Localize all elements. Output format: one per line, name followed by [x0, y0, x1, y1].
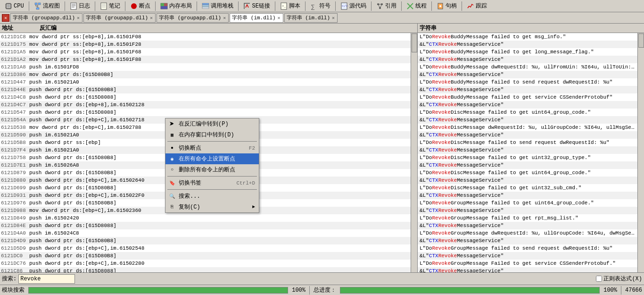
module-progress-fill: [29, 287, 288, 293]
string-row[interactable]: &L"CTXRevokeMessageService": [418, 237, 637, 244]
disasm-row[interactable]: 6121D447push im.615021A0: [0, 78, 411, 86]
string-row[interactable]: L"DoRevokeGroupMessage Failed to get ser…: [418, 260, 637, 267]
string-row[interactable]: L"DoRevokeDiscMessage failed to get uint…: [418, 169, 637, 177]
tab-4[interactable]: 字符串 (im.dll) ✕: [284, 13, 338, 23]
disasm-row[interactable]: 6121D4C7push dword ptr ds:[ebp+8],im.615…: [0, 101, 411, 109]
ctx-toggle-bp[interactable]: ● 切换断点 F2: [165, 143, 259, 153]
tab-1[interactable]: 字符串 (groupapp.dll) ✕: [83, 13, 156, 23]
toolbar-script[interactable]: >_ 脚本: [277, 0, 303, 11]
string-row[interactable]: &L"CTXRevokeMessageService": [418, 267, 637, 272]
toolbar-sep-7: [238, 1, 239, 11]
string-row[interactable]: &L"CTXRevokeMessageService": [418, 131, 637, 139]
tab-0-close[interactable]: ✕: [76, 15, 80, 21]
string-row[interactable]: &L"CTXRevokeMessageService": [418, 86, 637, 93]
toolbar-notes[interactable]: 笔记: [97, 0, 123, 11]
string-row[interactable]: L"DoRevokeDiscMessage failed to send req…: [418, 139, 637, 146]
toolbar-trace[interactable]: 跟踪: [464, 0, 490, 11]
tab-3[interactable]: 字符串 (im.dll) ✕: [230, 13, 283, 23]
string-row[interactable]: L"DoRevokeDiscMessage dwRequestId: %u, u…: [418, 124, 637, 131]
string-row[interactable]: L"DoRevokeGroupMessage failed to send re…: [418, 244, 637, 252]
string-row[interactable]: &L"CTXRevokeMessageService": [418, 222, 637, 229]
disasm-row[interactable]: 6121D84Epush dword ptr ds:[615D8088]: [0, 222, 411, 229]
ctx-del-all-bp[interactable]: ○ 删除所有命令上的断点: [165, 164, 259, 175]
string-row[interactable]: &L"CTXRevokeMessageService": [418, 56, 637, 63]
string-row[interactable]: &L"CTXRevokeMessageService": [418, 71, 637, 78]
string-row[interactable]: &L"CTXRevokeMessageService": [418, 161, 637, 169]
toolbar-callstack[interactable]: 调用堆栈: [199, 0, 236, 11]
disasm-row[interactable]: 6121D44Epush dword ptr ds:[615D80B8]: [0, 86, 411, 93]
disasm-row[interactable]: 6121DC76push dword ptr ds:[ebp+C],im.615…: [0, 260, 411, 267]
disasm-row[interactable]: 6121D386mov dword ptr ds:[615D80B8]: [0, 71, 411, 78]
toolbar-breakpoint[interactable]: 断点: [127, 0, 153, 11]
total-progress-fill: [340, 287, 599, 293]
toolbar-sep-8: [275, 1, 275, 11]
tab-0[interactable]: 字符串 (groupapp.dll) ✕: [10, 13, 83, 23]
toolbar-handle[interactable]: 句柄: [434, 0, 460, 11]
strings-content[interactable]: L"DoRevokeBuddyMessage failed to get msg…: [418, 33, 637, 272]
toolbar-flowchart[interactable]: 流程图: [31, 0, 63, 11]
disasm-row[interactable]: 6121C86push dword ptr ds:[615D8088]: [0, 267, 411, 272]
string-row[interactable]: L"DoRevokeGroupMessage dwRequestId: %u, …: [418, 229, 637, 237]
string-row[interactable]: L"DoRevokeBuddyMessage failed to get msg…: [418, 33, 637, 41]
disasm-row[interactable]: 6121D175mov dword ptr ss:[ebp+8],im.6150…: [0, 41, 411, 48]
disasm-row[interactable]: 6121D5D9push dword ptr ds:[ebp+C],im.615…: [0, 244, 411, 252]
tab-2[interactable]: 字符串 (groupapp.dll) ✕: [157, 13, 229, 23]
strings-panel-body: L"DoRevokeBuddyMessage failed to get msg…: [418, 33, 644, 272]
string-row[interactable]: L"DoRevokeDiscMessage failed to get uint…: [418, 109, 637, 116]
toolbar-seh[interactable]: SE链接: [240, 0, 273, 11]
string-row[interactable]: &L"CTXRevokeMessageService": [418, 41, 637, 48]
disasm-row[interactable]: 6121DC0push dword ptr ds:[615D80B8]: [0, 252, 411, 260]
string-row[interactable]: L"DoRevokeBuddyMessage failed to get lon…: [418, 48, 637, 56]
toolbar-memmap[interactable]: 内存布局: [157, 0, 195, 11]
disasm-row[interactable]: 6121D547push dword ptr ds:[615D8088]: [0, 109, 411, 116]
toolbar-source[interactable]: </> 源代码: [338, 0, 369, 11]
search-label: 搜索:: [2, 275, 17, 283]
disasm-row[interactable]: 6121D4C8push dword ptr ds:[615D8088]: [0, 93, 411, 101]
strings-scrollbar[interactable]: [637, 33, 644, 272]
disasm-scrollbar[interactable]: [411, 33, 417, 272]
string-row[interactable]: &L"CTXRevokeMessageService": [418, 252, 637, 260]
string-row[interactable]: &L"CTXRevokeMessageService": [418, 192, 637, 199]
disasm-row[interactable]: 6121D1A5mov dword ptr ss:[ebp+8],im.6150…: [0, 48, 411, 56]
regex-checkbox[interactable]: [596, 276, 602, 282]
ctx-goto-disasm[interactable]: ⮞ 在反汇编中转到(P): [165, 118, 259, 129]
string-row[interactable]: L"DoRevokeDiscMessage failed to get uint…: [418, 154, 637, 161]
disasm-addr: 6121D1A8: [1, 63, 29, 71]
disasm-row[interactable]: 6121D4D9push dword ptr ds:[615D80B8]: [0, 237, 411, 244]
ctx-toggle-bookmark[interactable]: 🔖 切换书签 Ctrl+D: [165, 177, 259, 188]
svg-rect-31: [164, 3, 167, 6]
toolbar-ref[interactable]: 引用: [373, 0, 399, 11]
tab-3-close[interactable]: ✕: [277, 15, 281, 21]
disasm-row[interactable]: 6121D4A0push im.615024C8: [0, 229, 411, 237]
tab-1-close[interactable]: ✕: [149, 15, 153, 21]
string-row[interactable]: L"DoRevokeBuddyMessage dwRequestId: %u, …: [418, 63, 637, 71]
ctx-set-all-bp[interactable]: ◉ 在所有命令上设置断点: [165, 153, 259, 164]
toolbar-thread[interactable]: 线程: [404, 0, 429, 11]
ctx-copy[interactable]: ⎘ 复制(C) ►: [165, 202, 259, 212]
string-row[interactable]: L"DoRevokeDiscMessage failed to get uint…: [418, 184, 637, 192]
string-row[interactable]: L"DoRevokeBuddyMessage failed to get ser…: [418, 93, 637, 101]
tab-2-close[interactable]: ✕: [223, 15, 226, 21]
disasm-row[interactable]: 6121D1C8mov dword ptr ss:[ebp+8],im.6150…: [0, 33, 411, 41]
toolbar-cpu[interactable]: CPU: [2, 1, 27, 11]
svg-rect-24: [101, 3, 107, 9]
disasm-row[interactable]: 6121D1A2mov dword ptr ss:[ebp+8],im.6150…: [0, 56, 411, 63]
string-row[interactable]: L"DoRevokeGroupMessage failed to get uin…: [418, 199, 637, 207]
search-input[interactable]: [18, 274, 75, 284]
disasm-row[interactable]: 6121D1A8push im.61501FD8: [0, 63, 411, 71]
tab-close-global[interactable]: ✕: [2, 14, 9, 22]
string-row[interactable]: L"DoRevokeBuddyMessage failed to send re…: [418, 78, 637, 86]
string-row[interactable]: &L"CTXRevokeMessageService": [418, 207, 637, 214]
regex-label[interactable]: 正则表达式(X): [596, 275, 642, 283]
disasm-row[interactable]: 6121D849push im.61502420: [0, 214, 411, 222]
tab-4-close[interactable]: ✕: [331, 15, 335, 21]
string-row[interactable]: &L"CTXRevokeMessageService": [418, 146, 637, 154]
toolbar-symbol[interactable]: ∑ 符号: [307, 0, 333, 11]
string-row[interactable]: L"DoRevokeGroupMessage failed to get rpt…: [418, 214, 637, 222]
toolbar-log[interactable]: 日志: [67, 0, 93, 11]
string-row[interactable]: &L"CTXRevokeMessageService": [418, 101, 637, 109]
string-row[interactable]: &L"CTXRevokeMessageService": [418, 177, 637, 184]
ctx-goto-mem[interactable]: ▦ 在内存窗口中转到(D): [165, 129, 259, 140]
string-row[interactable]: &L"CTXRevokeMessageService": [418, 116, 637, 124]
ctx-search[interactable]: 🔍 搜索...: [165, 191, 259, 202]
